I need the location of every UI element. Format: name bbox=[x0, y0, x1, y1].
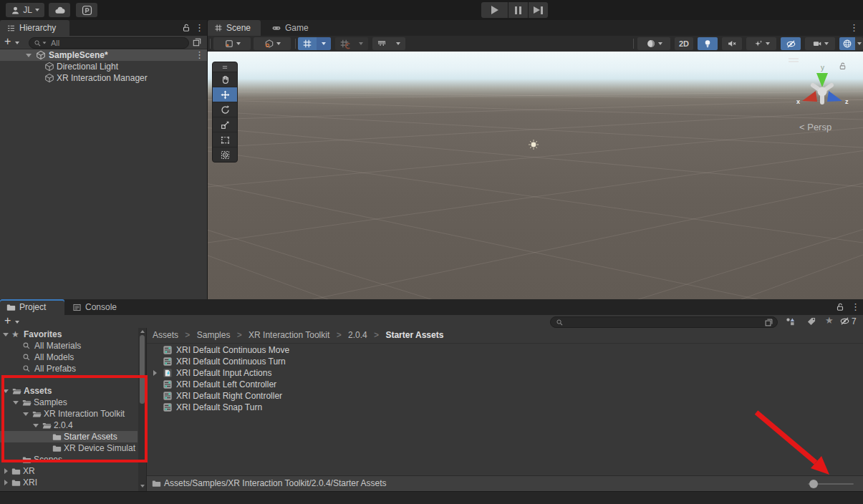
gizmos-dropdown[interactable] bbox=[855, 37, 863, 50]
scrollbar-thumb[interactable] bbox=[140, 335, 145, 404]
pause-button[interactable] bbox=[508, 2, 528, 18]
breadcrumb-item[interactable]: Samples bbox=[197, 330, 231, 340]
search-type-dropdown-icon[interactable] bbox=[43, 42, 47, 44]
zoom-slider[interactable] bbox=[809, 480, 818, 488]
tree-item-favorites[interactable]: ★ Favorites bbox=[0, 329, 146, 340]
tree-item-assets[interactable]: Assets bbox=[0, 385, 146, 397]
breadcrumb-item[interactable]: Assets bbox=[153, 330, 178, 340]
tool-rotation-button[interactable] bbox=[254, 37, 291, 50]
filter-by-type-icon[interactable] bbox=[785, 316, 796, 327]
axis-x-cone[interactable] bbox=[802, 91, 817, 102]
breadcrumb-item-current[interactable]: Starter Assets bbox=[385, 330, 443, 340]
caret-down-icon[interactable] bbox=[33, 424, 39, 427]
rect-tool-button[interactable] bbox=[213, 132, 237, 147]
increment-snap-dropdown[interactable] bbox=[354, 37, 368, 50]
tree-item-all-materials[interactable]: All Materials bbox=[0, 340, 146, 352]
filter-by-label-icon[interactable] bbox=[806, 316, 816, 326]
add-gameobject-button[interactable]: + bbox=[4, 35, 11, 48]
account-button[interactable]: JL bbox=[6, 3, 44, 17]
step-button[interactable] bbox=[529, 2, 548, 18]
caret-down-icon[interactable] bbox=[23, 412, 29, 416]
scroll-up-icon[interactable] bbox=[140, 330, 145, 333]
grid-snap-dropdown[interactable] bbox=[317, 37, 331, 50]
play-button[interactable] bbox=[481, 2, 508, 18]
hidden-count-button[interactable]: 7 bbox=[839, 316, 857, 326]
asset-row[interactable]: XRI Default Snap Turn bbox=[147, 402, 856, 413]
asset-row[interactable]: XRI Default Left Controller bbox=[147, 379, 856, 390]
tree-item-xr[interactable]: XR bbox=[0, 465, 146, 477]
create-dropdown-icon[interactable] bbox=[15, 321, 19, 324]
audio-toggle-button[interactable] bbox=[722, 37, 742, 50]
add-dropdown-icon[interactable] bbox=[15, 42, 19, 44]
project-menu-icon[interactable]: ⋮ bbox=[851, 299, 860, 315]
tree-item-xr-device-simulator[interactable]: XR Device Simulat bbox=[0, 442, 138, 454]
version-control-button[interactable] bbox=[76, 3, 97, 17]
gizmos-button[interactable] bbox=[839, 37, 855, 50]
rotate-tool-button[interactable] bbox=[213, 102, 237, 117]
open-window-icon[interactable] bbox=[192, 37, 202, 47]
project-search-field[interactable] bbox=[550, 316, 778, 328]
cloud-button[interactable] bbox=[49, 3, 70, 17]
grid-snap-button[interactable] bbox=[298, 37, 317, 50]
tree-item-all-prefabs[interactable]: All Prefabs bbox=[0, 363, 146, 374]
tree-item-xri[interactable]: XRI bbox=[0, 477, 146, 488]
hierarchy-row[interactable]: XR Interaction Manager bbox=[0, 72, 207, 84]
tree-scrollbar[interactable] bbox=[138, 328, 146, 491]
tab-hierarchy[interactable]: Hierarchy bbox=[0, 20, 69, 36]
ruler-dropdown[interactable] bbox=[391, 37, 405, 50]
asset-row[interactable]: XRI Default Continuous Move bbox=[147, 344, 856, 356]
lock-icon[interactable] bbox=[181, 23, 191, 33]
orientation-gizmo[interactable]: y x z bbox=[792, 59, 852, 119]
collapse-caret-icon[interactable] bbox=[26, 54, 32, 57]
tree-item-samples[interactable]: Samples bbox=[0, 397, 146, 408]
caret-right-icon[interactable] bbox=[4, 468, 8, 474]
axis-z-cone[interactable] bbox=[827, 91, 842, 102]
breadcrumb-item[interactable]: XR Interaction Toolkit bbox=[249, 330, 329, 340]
caret-down-icon[interactable] bbox=[13, 401, 19, 404]
scene-viewport[interactable]: y x z < Persp bbox=[208, 52, 863, 299]
directional-light-gizmo[interactable] bbox=[528, 139, 539, 150]
project-search-input[interactable] bbox=[567, 317, 764, 327]
caret-down-icon[interactable] bbox=[3, 389, 9, 393]
caret-right-icon[interactable] bbox=[4, 480, 8, 485]
asset-row[interactable]: XRI Default Continuous Turn bbox=[147, 356, 856, 367]
caret-down-icon[interactable] bbox=[3, 333, 9, 336]
hierarchy-menu-icon[interactable]: ⋮ bbox=[195, 20, 204, 36]
hierarchy-search-input[interactable] bbox=[49, 38, 188, 48]
lock-icon[interactable] bbox=[835, 302, 845, 312]
camera-settings-button[interactable] bbox=[805, 37, 835, 50]
open-search-window-icon[interactable] bbox=[764, 318, 773, 327]
ruler-button[interactable] bbox=[372, 37, 391, 50]
tab-scene[interactable]: Scene bbox=[208, 20, 261, 36]
hierarchy-row[interactable]: Directional Light bbox=[0, 61, 207, 72]
shading-mode-button[interactable] bbox=[637, 37, 670, 50]
effects-button[interactable] bbox=[746, 37, 776, 50]
tab-project[interactable]: Project bbox=[0, 299, 64, 315]
favorites-filter-icon[interactable]: ★ bbox=[825, 315, 834, 326]
axis-y-cone[interactable] bbox=[816, 73, 828, 87]
tree-item-scenes[interactable]: Scenes bbox=[0, 454, 146, 465]
tab-game[interactable]: Game bbox=[265, 20, 321, 36]
move-tool-button[interactable] bbox=[213, 87, 237, 102]
overlay-handle[interactable] bbox=[213, 62, 237, 72]
lighting-toggle-button[interactable] bbox=[698, 37, 718, 50]
hierarchy-row-scene[interactable]: SampleScene* ⋮ bbox=[0, 49, 207, 61]
hierarchy-search-field[interactable] bbox=[29, 37, 189, 49]
tree-item-204[interactable]: 2.0.4 bbox=[0, 420, 146, 431]
scene-visibility-button[interactable] bbox=[781, 37, 801, 50]
scroll-down-icon[interactable] bbox=[140, 485, 145, 488]
tree-item-starter-assets[interactable]: Starter Assets bbox=[0, 431, 138, 442]
scene-menu-icon[interactable]: ⋮ bbox=[849, 20, 859, 36]
increment-snap-button[interactable] bbox=[335, 37, 354, 50]
breadcrumb-item[interactable]: 2.0.4 bbox=[348, 330, 367, 340]
caret-right-icon[interactable] bbox=[153, 370, 157, 376]
hand-tool-button[interactable] bbox=[213, 72, 237, 87]
tree-item-all-models[interactable]: All Models bbox=[0, 352, 146, 363]
transform-tool-button[interactable] bbox=[213, 147, 237, 162]
asset-row[interactable]: XRI Default Input Actions bbox=[147, 367, 856, 379]
scale-tool-button[interactable] bbox=[213, 117, 237, 132]
tool-pivot-button[interactable] bbox=[213, 37, 251, 50]
tree-item-xr-interaction-toolkit[interactable]: XR Interaction Toolkit bbox=[0, 408, 146, 420]
asset-row[interactable]: XRI Default Right Controller bbox=[147, 390, 856, 402]
2d-toggle-button[interactable]: 2D bbox=[675, 37, 693, 50]
